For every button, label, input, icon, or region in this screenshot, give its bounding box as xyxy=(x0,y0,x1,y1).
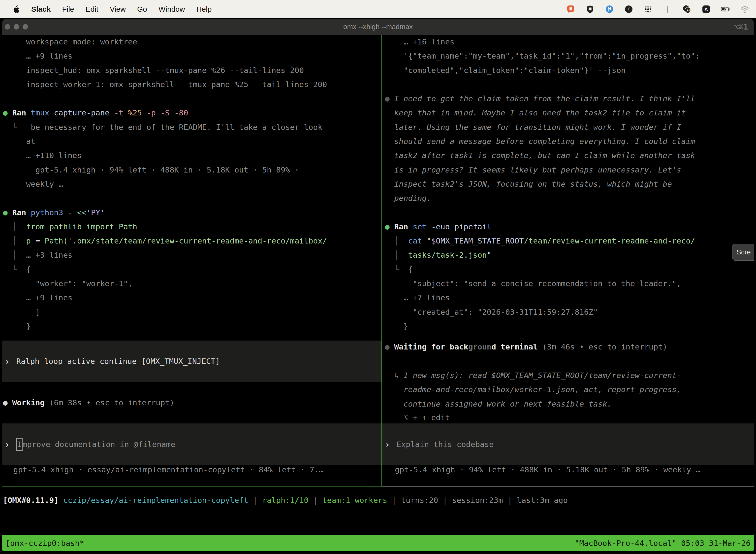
battery-icon[interactable] xyxy=(721,4,730,14)
terminal-line: } xyxy=(385,319,754,333)
terminal-line: │ … +3 lines xyxy=(3,248,381,262)
svg-text:A: A xyxy=(704,7,708,12)
window-shortcut-hint: ⌥⌘1 xyxy=(734,19,748,35)
tmux-host-clock: "MacBook-Pro-44.local" 05:03 31-Mar-26 xyxy=(575,539,751,548)
terminal-line: │ from pathlib import Path xyxy=(3,220,381,234)
terminal-line: task2 after task1 is complete, but can I… xyxy=(385,149,754,163)
terminal-line: └ { xyxy=(385,262,754,277)
terminal-line xyxy=(3,191,381,205)
terminal-window: omx --xhigh --madmax ⌥⌘1 workspace_mode:… xyxy=(2,19,754,553)
waiting-status-line: ● Waiting for background terminal (3m 46… xyxy=(385,340,668,354)
window-title: omx --xhigh --madmax xyxy=(2,19,754,35)
terminal-line: "completed","claim_token":"claim-token"}… xyxy=(385,63,754,77)
terminal-line: keep that in mind. Maybe I also need the… xyxy=(385,106,754,120)
meter-badge-icon[interactable]: ..61 xyxy=(682,4,692,14)
svg-text:..61: ..61 xyxy=(686,9,690,12)
terminal-line: should send a message before completing … xyxy=(385,134,754,149)
terminal-line xyxy=(385,77,754,92)
terminal-line: ● I need to get the claim token from the… xyxy=(385,92,754,106)
left-model-status: gpt-5.4 xhigh · essay/ai-reimplementatio… xyxy=(13,465,323,474)
window-title-bar[interactable]: omx --xhigh --madmax ⌥⌘1 xyxy=(2,19,754,35)
terminal-line: … +110 lines xyxy=(3,149,381,163)
terminal-line: at xyxy=(3,134,381,149)
terminal-line: gpt-5.4 xhigh · 94% left · 488K in · 5.1… xyxy=(3,163,381,177)
prompt-chevron-icon: › xyxy=(385,439,390,449)
dark-orb-icon[interactable] xyxy=(624,4,633,14)
menu-item-slack[interactable]: Slack xyxy=(31,5,51,13)
terminal-line: ● Ran tmux capture-pane -t %25 -p -S -80 xyxy=(3,106,381,120)
terminal-line: is in progress? It seems likely but perh… xyxy=(385,163,754,177)
terminal-line: "subject": "send a concise recommendatio… xyxy=(385,277,754,291)
terminal-line: … +9 lines xyxy=(3,291,381,305)
menu-item-edit[interactable]: Edit xyxy=(85,5,99,13)
tmux-session-label: [omx-cczip0:bash* xyxy=(5,539,84,548)
menu-item-window[interactable]: Window xyxy=(159,5,185,13)
terminal-line: … +16 lines xyxy=(385,35,754,49)
left-pane-scrollback: workspace_mode: worktree … +9 lines insp… xyxy=(3,35,381,333)
terminal-line: │ tasks/task-2.json" xyxy=(385,248,754,262)
screen-share-tooltip: Scre xyxy=(732,244,754,261)
dots-grid-icon[interactable] xyxy=(643,4,653,14)
terminal-line: [OMX#0.11.9] cczip/essay/ai-reimplementa… xyxy=(3,493,568,507)
terminal-line: inspect_hud: omx sparkshell --tmux-pane … xyxy=(3,63,381,77)
terminal-line: "created_at": "2026-03-31T11:59:27.816Z" xyxy=(385,305,754,319)
terminal-line: └ be necessary for the end of the README… xyxy=(3,120,381,134)
mailbox-message-block: ↳ 1 new msg(s): read $OMX_TEAM_STATE_ROO… xyxy=(385,368,681,411)
working-status-line: ● Working (6m 38s • esc to interrupt) xyxy=(3,396,174,410)
terminal-line: │ p = Path('.omx/state/team/review-curre… xyxy=(3,234,381,248)
apple-menu-icon[interactable] xyxy=(11,4,20,14)
terminal-line: weekly … xyxy=(3,177,381,191)
input-placeholder: Explain this codebase xyxy=(397,440,494,449)
terminal-line: … +9 lines xyxy=(3,49,381,63)
shield-grid-icon[interactable] xyxy=(585,4,595,14)
terminal-line: continue assigned work or next feasible … xyxy=(385,397,681,411)
terminal-line: '{"team_name":"my-team","task_id":"1","f… xyxy=(385,49,754,63)
terminal-line: later. Using the same for transition mig… xyxy=(385,120,754,134)
tmux-status-bar: [omx-cczip0:bash* "MacBook-Pro-44.local"… xyxy=(2,535,754,551)
left-prompt-input[interactable]: › I mprove documentation in @filename xyxy=(2,424,381,465)
terminal-line xyxy=(3,92,381,106)
terminal-line: inspect task2's JSON, focusing on the st… xyxy=(385,177,754,191)
left-pane-bottom-border-active xyxy=(2,486,381,487)
right-pane-scrollback: … +16 lines '{"team_name":"my-team","tas… xyxy=(385,35,754,333)
menu-item-go[interactable]: Go xyxy=(137,5,147,13)
prompt-chevron-icon: › xyxy=(4,356,10,366)
terminal-line xyxy=(385,206,754,220)
terminal-line: pending. xyxy=(385,191,754,205)
terminal-line: ● Waiting for background terminal (3m 46… xyxy=(385,340,668,354)
zap-circle-icon[interactable] xyxy=(605,4,614,14)
terminal-line: ● Ran set -euo pipefail xyxy=(385,220,754,234)
terminal-line: inspect_worker-1: omx sparkshell --tmux-… xyxy=(3,77,381,92)
menu-item-file[interactable]: File xyxy=(62,5,74,13)
terminal-line: ] xyxy=(3,305,381,319)
input-placeholder: mprove documentation in @filename xyxy=(22,440,175,449)
terminal-line: } xyxy=(3,319,381,333)
terminal-line: workspace_mode: worktree xyxy=(3,35,381,49)
letter-a-icon[interactable]: A xyxy=(701,4,711,14)
edit-shortcut-hint: ⌥ + ↑ edit xyxy=(385,410,450,425)
omx-hud-status-line: [OMX#0.11.9] cczip/essay/ai-reimplementa… xyxy=(3,493,568,507)
pane-vertical-divider[interactable] xyxy=(381,35,382,487)
wifi-icon[interactable] xyxy=(740,4,750,14)
prompt-chevron-icon: › xyxy=(4,439,10,449)
menu-item-help[interactable]: Help xyxy=(196,5,212,13)
menu-item-view[interactable]: View xyxy=(110,5,126,13)
right-model-status: gpt-5.4 xhigh · 94% left · 488K in · 5.1… xyxy=(395,465,700,474)
terminal-line: ● Working (6m 38s • esc to interrupt) xyxy=(3,396,174,410)
terminal-line: ↳ 1 new msg(s): read $OMX_TEAM_STATE_ROO… xyxy=(385,368,681,383)
ralph-loop-text: Ralph loop active continue [OMX_TMUX_INJ… xyxy=(16,357,220,366)
macos-menu-bar: Slack File Edit View Go Window Help ..61 xyxy=(0,0,756,18)
terminal-line: readme-and-reco/mailbox/worker-1.json, a… xyxy=(385,383,681,397)
terminal-line: ⌥ + ↑ edit xyxy=(385,410,450,425)
right-prompt-input[interactable]: › Explain this codebase xyxy=(382,424,754,465)
terminal-line: … +7 lines xyxy=(385,291,754,305)
chat-badge-icon[interactable] xyxy=(566,4,575,14)
squiggle-icon[interactable] xyxy=(663,4,672,14)
text-cursor: I xyxy=(16,438,22,451)
terminal-line: ● Ran python3 - <<'PY' xyxy=(3,206,381,220)
terminal-line: "worker": "worker-1", xyxy=(3,277,381,291)
terminal-line: │ cat "$OMX_TEAM_STATE_ROOT/team/review-… xyxy=(385,234,754,248)
terminal-line: └ { xyxy=(3,262,381,277)
ralph-loop-banner: › Ralph loop active continue [OMX_TMUX_I… xyxy=(2,340,381,382)
right-pane-bottom-border-inactive xyxy=(382,486,754,487)
